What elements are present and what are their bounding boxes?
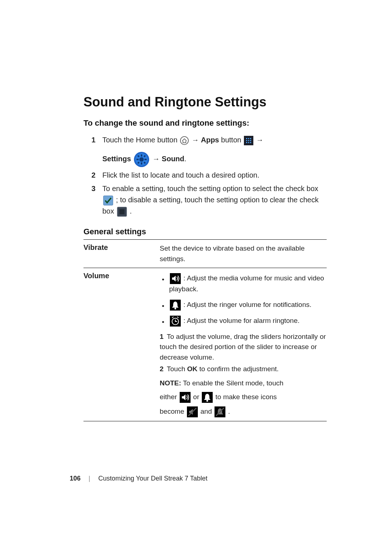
table-row: Vibrate Set the device to vibrate based … (83, 240, 327, 268)
step-text: ; to disable a setting, touch the settin… (102, 196, 319, 215)
settings-gear-icon (134, 151, 150, 167)
text: . (228, 408, 230, 415)
step-number: 1 (91, 134, 97, 167)
step-text: → (256, 136, 264, 144)
substep-text: To adjust the volume, drag the sliders h… (160, 333, 326, 361)
step-body: To enable a setting, touch the setting o… (102, 183, 327, 217)
text: or (193, 393, 201, 401)
svg-rect-15 (141, 162, 142, 165)
bullet-text: : Adjust the media volume for music and … (169, 274, 324, 293)
icon-line-1: either or to make these icons (160, 392, 327, 403)
ringer-muted-icon (215, 406, 225, 417)
footer-label: Customizing Your Dell Streak 7 Tablet (98, 475, 208, 482)
ringer-volume-icon (170, 300, 181, 311)
svg-rect-6 (248, 140, 249, 141)
svg-rect-16 (136, 159, 139, 160)
list-item: : Adjust the media volume for music and … (169, 273, 327, 295)
substep-1: 1 To adjust the volume, drag the sliders… (160, 332, 327, 363)
page-footer: 106 | Customizing Your Dell Streak 7 Tab… (70, 475, 208, 482)
step-text: . (184, 155, 187, 163)
steps-list: 1 Touch the Home button → Apps button → … (91, 134, 327, 217)
intro-heading: To change the sound and ringtone setting… (83, 118, 327, 128)
icon-line-2: become and . (160, 406, 327, 417)
substep-number: 2 (160, 365, 164, 373)
media-muted-icon (187, 406, 198, 417)
table-row: Volume : Adjust the media volume for mus… (83, 268, 327, 421)
volume-bullets: : Adjust the media volume for music and … (169, 273, 327, 327)
svg-rect-2 (246, 138, 247, 139)
svg-rect-4 (250, 138, 251, 139)
checkbox-unchecked-icon (117, 207, 127, 217)
media-volume-icon (180, 392, 191, 403)
general-settings-table: Vibrate Set the device to vibrate based … (83, 239, 327, 421)
svg-rect-5 (246, 140, 247, 141)
text: to make these icons (216, 393, 277, 401)
substep-text: to confirm the adjustment. (197, 365, 279, 373)
svg-rect-7 (250, 140, 251, 141)
svg-point-0 (180, 137, 188, 145)
list-item: : Adjust the volume for alarm ringtone. (169, 316, 327, 327)
svg-rect-3 (248, 138, 249, 139)
page-number: 106 (70, 475, 81, 482)
svg-point-32 (207, 400, 208, 402)
svg-rect-10 (250, 142, 251, 143)
vibrate-label: Vibrate (83, 240, 160, 268)
step-body: Flick the list to locate and touch a des… (102, 170, 327, 181)
step-number: 2 (91, 170, 97, 181)
page-title: Sound and Ringtone Settings (83, 94, 327, 110)
step-3: 3 To enable a setting, touch the setting… (91, 183, 327, 217)
vibrate-desc: Set the device to vibrate based on the a… (160, 240, 327, 268)
svg-rect-24 (119, 209, 124, 214)
note-label: NOTE: (160, 379, 181, 387)
volume-label: Volume (83, 268, 160, 421)
svg-rect-8 (246, 142, 247, 143)
svg-point-27 (175, 308, 176, 309)
step-1: 1 Touch the Home button → Apps button → … (91, 134, 327, 167)
alarm-volume-icon (170, 316, 181, 327)
checkbox-checked-icon (103, 195, 113, 206)
step-text: . (130, 207, 132, 215)
text: become (160, 408, 186, 415)
general-settings-heading: General settings (83, 227, 327, 236)
step-body: Touch the Home button → Apps button → Se… (102, 134, 327, 167)
substep-number: 1 (160, 333, 164, 340)
text: and (200, 408, 214, 415)
settings-label: Settings (102, 155, 131, 163)
list-item: : Adjust the ringer volume for notificat… (169, 300, 327, 311)
substep-text: Touch (165, 365, 187, 373)
media-volume-icon (170, 273, 181, 284)
step-text: To enable a setting, touch the setting o… (102, 185, 318, 193)
text: either (160, 393, 179, 401)
svg-rect-17 (144, 159, 147, 160)
footer-divider: | (89, 475, 90, 482)
bullet-text: : Adjust the volume for alarm ringtone. (183, 317, 299, 324)
note: NOTE: To enable the Silent mode, touch (160, 378, 327, 389)
step-2: 2 Flick the list to locate and touch a d… (91, 170, 327, 181)
sound-label: Sound (162, 155, 184, 163)
step-number: 3 (91, 183, 97, 217)
ok-label: OK (187, 365, 198, 373)
apps-label: Apps (201, 136, 219, 144)
step-text: Touch the Home button (102, 136, 179, 144)
apps-grid-icon (244, 136, 253, 145)
step-text: → (152, 155, 162, 163)
ringer-volume-icon (202, 392, 213, 403)
note-text: To enable the Silent mode, touch (181, 379, 283, 387)
home-icon (180, 136, 189, 145)
bullet-text: : Adjust the ringer volume for notificat… (183, 301, 311, 308)
svg-point-13 (139, 157, 144, 162)
substep-2: 2 Touch OK to confirm the adjustment. (160, 364, 327, 374)
svg-rect-9 (248, 142, 249, 143)
step-text: button (221, 136, 243, 144)
step-text: → (192, 136, 201, 144)
document-page: Sound and Ringtone Settings To change th… (0, 0, 392, 421)
volume-desc: : Adjust the media volume for music and … (160, 268, 327, 421)
svg-rect-14 (141, 154, 142, 157)
